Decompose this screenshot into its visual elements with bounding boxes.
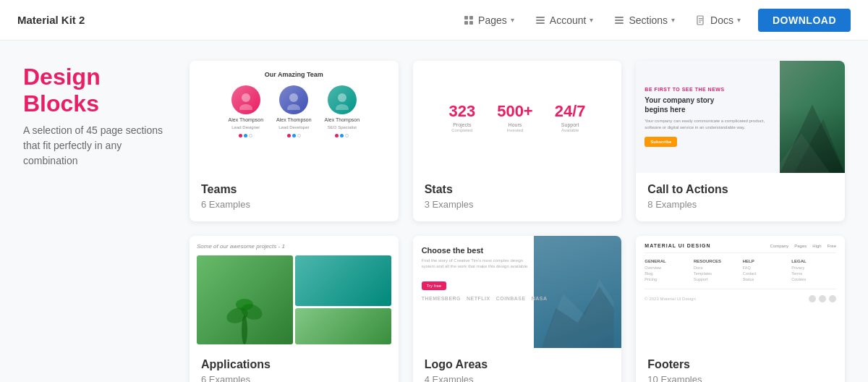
cta-left: Be first to see the news Your company st… bbox=[636, 61, 780, 173]
stat-desc-1: Completed bbox=[448, 128, 475, 132]
svg-rect-1 bbox=[469, 16, 473, 20]
logos-bg-image bbox=[534, 236, 621, 348]
social-icon-2 bbox=[819, 295, 826, 302]
svg-rect-6 bbox=[536, 22, 545, 24]
account-icon bbox=[535, 14, 546, 26]
avatar-role-2: Lead Developer bbox=[278, 125, 309, 130]
svg-point-19 bbox=[336, 104, 349, 110]
svg-rect-7 bbox=[615, 17, 624, 18]
svg-rect-0 bbox=[464, 16, 468, 20]
card-stats-preview: 323 Projects Completed 500+ Hours Invest… bbox=[413, 61, 622, 173]
svg-point-26 bbox=[236, 299, 253, 310]
stat-item-3: 24/7 Support Available bbox=[555, 102, 586, 132]
account-menu[interactable]: Account ▾ bbox=[526, 10, 603, 30]
footer-col-item-2-3: Support bbox=[694, 277, 739, 281]
stat-item-1: 323 Projects Completed bbox=[448, 102, 475, 132]
logo-4: NASA bbox=[532, 296, 548, 301]
sections-icon bbox=[613, 14, 625, 26]
stat-num-2: 500+ bbox=[497, 102, 533, 121]
footer-col-title-3: Help bbox=[743, 259, 788, 263]
dot-blue-3 bbox=[340, 134, 344, 137]
logo-1: THEMESBERG bbox=[422, 296, 461, 301]
card-cta-examples: 8 Examples bbox=[647, 199, 833, 210]
social-icon-3 bbox=[829, 295, 836, 302]
pages-label: Pages bbox=[478, 14, 507, 26]
svg-point-18 bbox=[338, 93, 346, 102]
footer-nav-2: Pages bbox=[794, 244, 807, 248]
navbar-actions: Pages ▾ Account ▾ Sectio bbox=[454, 9, 851, 32]
page-subtitle: A selection of 45 page sections that fit… bbox=[23, 123, 175, 169]
card-apps-examples: 6 Examples bbox=[201, 374, 387, 382]
svg-point-15 bbox=[239, 104, 252, 110]
pages-menu[interactable]: Pages ▾ bbox=[454, 10, 523, 30]
stats-row: 323 Projects Completed 500+ Hours Invest… bbox=[448, 102, 585, 132]
docs-chevron-icon: ▾ bbox=[737, 16, 741, 24]
footer-nav-4: Free bbox=[827, 244, 836, 248]
stat-num-3: 24/7 bbox=[555, 102, 586, 121]
logos-sub: Find the story of Creative Tim's most co… bbox=[422, 258, 529, 270]
card-logos[interactable]: Choose the best Find the story of Creati… bbox=[413, 236, 622, 382]
avatar-2 bbox=[279, 85, 308, 114]
dot-blue-2 bbox=[292, 134, 296, 137]
navbar: Material Kit 2 Pages ▾ bbox=[0, 0, 868, 41]
card-cta-info: Call to Actions 8 Examples bbox=[636, 173, 845, 221]
avatar-col-3: Alex Thompson SEO Specialist bbox=[325, 85, 360, 137]
cta-right bbox=[780, 61, 845, 173]
cta-tagline: Be first to see the news bbox=[644, 87, 771, 92]
footer-col-title-2: Resources bbox=[694, 259, 739, 263]
sections-chevron-icon: ▾ bbox=[671, 16, 675, 24]
footer-col-title-1: General bbox=[644, 259, 689, 263]
svg-rect-3 bbox=[469, 21, 473, 25]
logos-headline: Choose the best bbox=[422, 246, 529, 255]
social-icon-1 bbox=[809, 295, 816, 302]
card-applications[interactable]: Some of our awesome projects - 1 bbox=[190, 236, 399, 382]
docs-menu[interactable]: Docs ▾ bbox=[686, 10, 749, 30]
card-logos-examples: 4 Examples bbox=[425, 374, 610, 382]
sections-menu[interactable]: Sections ▾ bbox=[605, 10, 684, 30]
footer-col-item-4-2: Terms bbox=[791, 271, 836, 276]
footer-nav-1: Company bbox=[770, 244, 789, 248]
apps-img-top bbox=[295, 255, 391, 306]
card-cta[interactable]: Be first to see the news Your company st… bbox=[636, 61, 845, 221]
card-footers-info: Footers 10 Examples bbox=[636, 348, 845, 382]
cta-btn: Subscribe bbox=[644, 137, 677, 147]
dot-outline-3 bbox=[345, 134, 349, 137]
card-teams[interactable]: Our Amazing Team Alex Thompson Lead Desi… bbox=[190, 61, 399, 221]
left-panel: Design Blocks A selection of 45 page sec… bbox=[23, 61, 190, 382]
card-apps-preview: Some of our awesome projects - 1 bbox=[190, 236, 399, 348]
stat-desc-2: Invested bbox=[497, 128, 533, 132]
dot-pink bbox=[239, 134, 242, 137]
svg-rect-11 bbox=[699, 18, 702, 19]
avatar-role-1: Lead Designer bbox=[231, 125, 260, 130]
svg-point-14 bbox=[242, 93, 250, 102]
card-stats-examples: 3 Examples bbox=[425, 199, 610, 210]
avatar-dots-1 bbox=[239, 134, 252, 137]
card-apps-title: Applications bbox=[201, 358, 387, 371]
card-stats[interactable]: 323 Projects Completed 500+ Hours Invest… bbox=[413, 61, 622, 221]
sections-label: Sections bbox=[629, 14, 668, 26]
footer-copyright: © 2023 Material UI Design bbox=[644, 297, 695, 301]
logo-2: NETFLIX bbox=[467, 296, 490, 301]
svg-rect-12 bbox=[699, 20, 702, 20]
footer-col-4: Legal Privacy Terms Cookies bbox=[791, 259, 836, 283]
teams-section-title: Our Amazing Team bbox=[265, 71, 323, 78]
apps-img-tall bbox=[197, 255, 293, 344]
download-button[interactable]: DOWNLOAD bbox=[758, 9, 851, 32]
card-teams-examples: 6 Examples bbox=[201, 199, 387, 210]
footer-divider bbox=[644, 289, 836, 289]
apps-title: Some of our awesome projects - 1 bbox=[197, 243, 391, 250]
footer-nav-3: High bbox=[812, 244, 821, 248]
footer-col-title-4: Legal bbox=[791, 259, 836, 263]
footer-col-item-2-1: Docs bbox=[694, 266, 739, 270]
footer-col-item-1-1: Overview bbox=[644, 266, 689, 270]
avatar-dots-3 bbox=[335, 134, 349, 137]
avatar-dots-2 bbox=[287, 134, 301, 137]
card-logos-info: Logo Areas 4 Examples bbox=[413, 348, 622, 382]
footer-col-3: Help FAQ Contact Status bbox=[743, 259, 788, 283]
page-title: Design Blocks bbox=[23, 64, 175, 117]
stat-num-1: 323 bbox=[448, 102, 475, 121]
card-footers[interactable]: MATERIAL UI DESIGN Company Pages High Fr… bbox=[636, 236, 845, 382]
svg-rect-13 bbox=[699, 22, 701, 22]
avatar-role-3: SEO Specialist bbox=[328, 125, 357, 130]
card-logos-title: Logo Areas bbox=[425, 358, 610, 371]
